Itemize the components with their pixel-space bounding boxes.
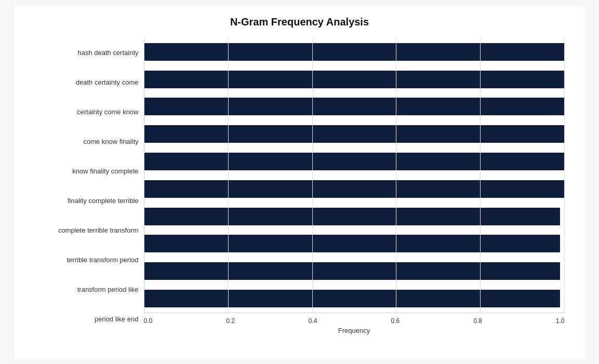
bar bbox=[144, 180, 565, 198]
bar bbox=[144, 262, 561, 280]
bars-and-xaxis: 0.00.20.40.60.81.0 Frequency bbox=[144, 38, 565, 334]
bar-row bbox=[144, 41, 565, 63]
chart-title: N-Gram Frequency Analysis bbox=[35, 16, 565, 28]
bar bbox=[144, 235, 561, 252]
bar bbox=[144, 125, 565, 143]
bar-row bbox=[144, 151, 565, 172]
y-label: complete terrible transform bbox=[58, 226, 139, 235]
bar-row bbox=[144, 96, 565, 117]
bar bbox=[144, 71, 565, 88]
x-tick: 0.4 bbox=[309, 317, 317, 325]
x-axis: 0.00.20.40.60.81.0 bbox=[144, 313, 565, 325]
bar-row bbox=[144, 69, 565, 90]
x-tick: 0.0 bbox=[144, 317, 153, 325]
bar bbox=[144, 43, 565, 61]
chart-container: N-Gram Frequency Analysis hash death cer… bbox=[14, 6, 585, 359]
bar bbox=[144, 98, 565, 115]
y-label: know finality complete bbox=[72, 167, 138, 176]
chart-area: hash death certaintydeath certainty come… bbox=[35, 38, 565, 334]
bar bbox=[144, 208, 561, 225]
x-axis-label: Frequency bbox=[144, 327, 565, 334]
x-tick: 0.2 bbox=[226, 317, 235, 325]
x-tick: 0.6 bbox=[391, 317, 400, 325]
bar-row bbox=[144, 288, 565, 309]
bar-row bbox=[144, 260, 565, 282]
y-label: finality complete terrible bbox=[68, 197, 139, 205]
y-label: terrible transform period bbox=[67, 256, 139, 264]
y-label: transform period like bbox=[77, 286, 139, 294]
x-tick: 0.8 bbox=[473, 317, 482, 325]
bar bbox=[144, 290, 561, 307]
bars-section bbox=[144, 38, 565, 313]
y-label: period like end bbox=[95, 315, 139, 323]
bar-row bbox=[144, 206, 565, 227]
x-tick: 1.0 bbox=[556, 317, 565, 325]
y-label: death certainty come bbox=[76, 78, 139, 87]
bar-row bbox=[144, 233, 565, 254]
y-label: certainty come know bbox=[77, 108, 139, 116]
y-label: come know finality bbox=[83, 138, 138, 146]
y-label: hash death certainty bbox=[77, 49, 138, 57]
bar-row bbox=[144, 178, 565, 200]
bar-row bbox=[144, 123, 565, 145]
y-axis-labels: hash death certaintydeath certainty come… bbox=[35, 38, 144, 334]
bar bbox=[144, 153, 565, 170]
